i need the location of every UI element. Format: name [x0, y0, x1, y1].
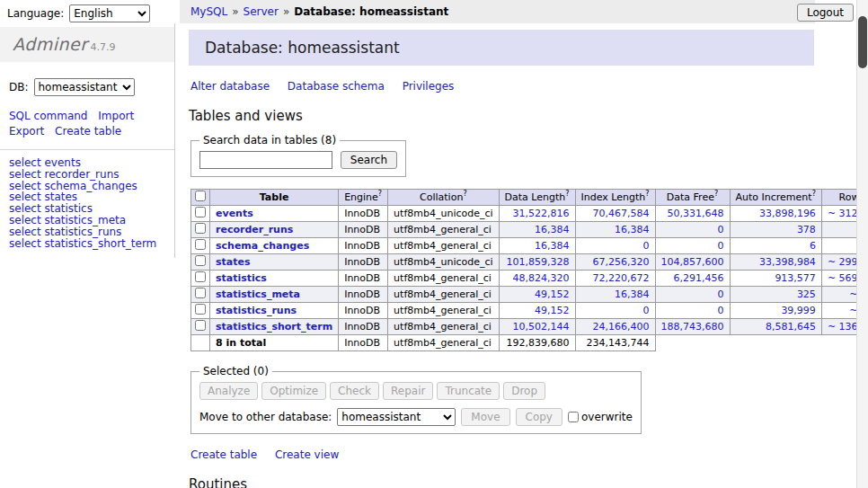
- table-link-statistics-meta[interactable]: statistics_meta: [216, 288, 300, 300]
- import-link[interactable]: Import: [98, 110, 134, 122]
- data-length-link[interactable]: 48,824,320: [513, 272, 570, 284]
- sidebar-select-statistics-short-term[interactable]: select statistics_short_term: [9, 238, 174, 250]
- database-schema-link[interactable]: Database schema: [288, 80, 385, 93]
- create-table-link-sidebar[interactable]: Create table: [55, 125, 121, 138]
- row-check-cell: [191, 271, 210, 287]
- table-link-recorder-runs[interactable]: recorder_runs: [216, 224, 293, 235]
- sidebar-select-recorder-runs[interactable]: select recorder_runs: [9, 169, 174, 181]
- analyze-button[interactable]: Analyze: [199, 382, 258, 400]
- data-free-link[interactable]: 6,291,456: [674, 272, 724, 284]
- table-header-row: TableEngine?Collation?Data Length?Index …: [191, 190, 868, 206]
- table-link-states[interactable]: states: [216, 256, 251, 268]
- index-length-link[interactable]: 16,384: [615, 288, 650, 300]
- select-all-checkbox[interactable]: [195, 191, 206, 201]
- auto-increment-link[interactable]: 913,577: [775, 272, 816, 284]
- auto-increment-link[interactable]: 33,898,196: [759, 208, 816, 219]
- data-length-link[interactable]: 49,152: [535, 305, 570, 316]
- copy-button[interactable]: Copy: [516, 408, 562, 426]
- engine-cell: InnoDB: [339, 206, 388, 222]
- table-link-statistics-runs[interactable]: statistics_runs: [216, 305, 297, 316]
- row-checkbox-statistics-short-term[interactable]: [195, 320, 206, 331]
- language-select[interactable]: English: [69, 4, 150, 22]
- collation-cell: utf8mb4_unicode_ci: [388, 254, 499, 271]
- data-free-link[interactable]: 104,857,600: [661, 256, 724, 268]
- data-length-link[interactable]: 10,502,144: [513, 321, 570, 333]
- auto-increment-link[interactable]: 33,398,984: [759, 256, 816, 268]
- search-input[interactable]: [199, 151, 332, 169]
- row-checkbox-events[interactable]: [195, 207, 206, 217]
- truncate-button[interactable]: Truncate: [437, 382, 500, 400]
- create-view-link[interactable]: Create view: [275, 448, 339, 461]
- index-length-link[interactable]: 0: [643, 240, 650, 252]
- alter-database-link[interactable]: Alter database: [190, 80, 270, 93]
- data-free-link[interactable]: 0: [718, 224, 724, 235]
- data-length-link[interactable]: 16,384: [535, 224, 570, 235]
- optimize-button[interactable]: Optimize: [261, 382, 326, 400]
- sidebar-select-events[interactable]: select events: [9, 157, 174, 169]
- data-free-cell: 0: [655, 287, 730, 303]
- data-length-link[interactable]: 101,859,328: [507, 256, 570, 268]
- index-length-link[interactable]: 70,467,584: [593, 208, 650, 219]
- auto-increment-link[interactable]: 325: [797, 288, 816, 300]
- search-fieldset: Search data in tables (8) Search: [190, 134, 406, 177]
- row-checkbox-states[interactable]: [195, 255, 206, 266]
- search-button[interactable]: Search: [341, 151, 397, 169]
- db-select[interactable]: homeassistant: [34, 78, 135, 96]
- row-checkbox-schema-changes[interactable]: [195, 239, 206, 250]
- index-length-link[interactable]: 67,256,320: [593, 256, 650, 268]
- row-checkbox-statistics-runs[interactable]: [195, 304, 206, 315]
- data-free-link[interactable]: 50,331,648: [668, 208, 724, 219]
- app-logo[interactable]: Adminer: [13, 34, 88, 54]
- data-length-link[interactable]: 49,152: [535, 288, 570, 300]
- breadcrumb-link-server[interactable]: Server: [244, 5, 279, 18]
- auto-increment-link[interactable]: 378: [797, 224, 816, 235]
- index-length-link[interactable]: 16,384: [615, 224, 650, 235]
- table-link-schema-changes[interactable]: schema_changes: [216, 240, 309, 252]
- auto-increment-link[interactable]: 6: [810, 240, 816, 252]
- column-header-collation: Collation?: [388, 190, 499, 206]
- data-free-link[interactable]: 0: [718, 305, 724, 316]
- data-free-link[interactable]: 188,743,680: [661, 321, 724, 333]
- sql-command-link[interactable]: SQL command: [9, 110, 87, 122]
- sidebar-select-statistics-meta[interactable]: select statistics_meta: [9, 215, 174, 226]
- sidebar-select-statistics-runs[interactable]: select statistics_runs: [9, 226, 174, 238]
- data-free-link[interactable]: 0: [718, 288, 724, 300]
- breadcrumb-link-mysql[interactable]: MySQL: [190, 5, 227, 18]
- engine-cell: InnoDB: [339, 271, 388, 287]
- column-header-engine: Engine?: [339, 190, 388, 206]
- engine-cell: InnoDB: [339, 319, 388, 335]
- table-name-cell: recorder_runs: [210, 222, 339, 238]
- main-content: Database: homeassistant Alter database D…: [189, 23, 814, 488]
- move-button[interactable]: Move: [461, 408, 509, 426]
- overwrite-checkbox[interactable]: [568, 412, 579, 422]
- scrollbar[interactable]: [856, 0, 868, 488]
- table-link-events[interactable]: events: [216, 208, 253, 219]
- repair-button[interactable]: Repair: [383, 382, 433, 400]
- row-checkbox-statistics[interactable]: [195, 271, 206, 282]
- table-link-statistics-short-term[interactable]: statistics_short_term: [216, 321, 332, 333]
- auto-increment-link[interactable]: 39,999: [781, 305, 816, 316]
- logout-button[interactable]: Logout: [797, 4, 854, 22]
- move-database-select[interactable]: homeassistant: [337, 408, 456, 426]
- table-name-cell: events: [210, 206, 339, 222]
- index-length-link[interactable]: 0: [643, 305, 650, 316]
- row-checkbox-statistics-meta[interactable]: [195, 288, 206, 298]
- index-length-cell: 16,384: [575, 287, 655, 303]
- index-length-link[interactable]: 24,166,400: [593, 321, 650, 333]
- auto-increment-cell: 8,581,645: [730, 319, 821, 335]
- table-link-statistics[interactable]: statistics: [216, 272, 267, 284]
- drop-button[interactable]: Drop: [503, 382, 545, 400]
- create-table-link[interactable]: Create table: [190, 448, 257, 461]
- scrollbar-thumb[interactable]: [858, 16, 867, 68]
- index-length-link[interactable]: 72,220,672: [593, 272, 650, 284]
- table-row-events: eventsInnoDButf8mb4_unicode_ci31,522,816…: [191, 206, 868, 222]
- auto-increment-cell: 913,577: [730, 271, 821, 287]
- row-checkbox-recorder-runs[interactable]: [195, 223, 206, 234]
- check-button[interactable]: Check: [330, 382, 379, 400]
- data-length-link[interactable]: 31,522,816: [513, 208, 570, 219]
- privileges-link[interactable]: Privileges: [403, 80, 455, 93]
- data-length-link[interactable]: 16,384: [535, 240, 570, 252]
- data-free-link[interactable]: 0: [718, 240, 724, 252]
- export-link[interactable]: Export: [9, 125, 44, 138]
- auto-increment-link[interactable]: 8,581,645: [766, 321, 816, 333]
